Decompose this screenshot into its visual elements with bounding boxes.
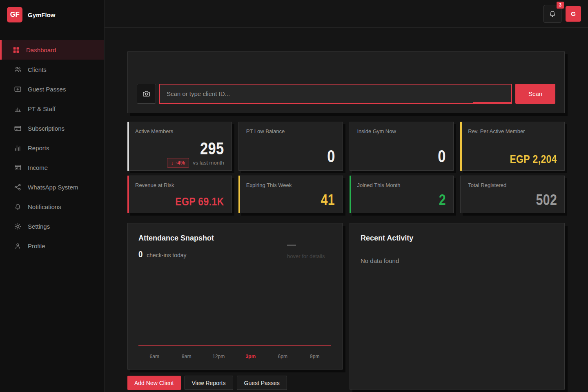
pt-staff-chart-icon — [13, 105, 22, 113]
stat-label: Revenue at Risk — [135, 182, 224, 188]
hover-hint: hover for details — [287, 253, 326, 259]
stat-value: 0 — [438, 148, 446, 165]
stat-card-inside-gym-now: Inside Gym Now 0 — [350, 122, 454, 171]
topbar: 3 G — [105, 0, 588, 28]
sidebar-item-label: Subscriptions — [28, 125, 65, 132]
sidebar-item-profile[interactable]: Profile — [0, 236, 104, 256]
stat-value: 2 — [439, 192, 446, 207]
stat-card-active-members: Active Members 295 ↓-4% vs last month — [127, 122, 232, 171]
sidebar-item-label: Notifications — [28, 203, 61, 210]
stat-accent-bar — [238, 122, 240, 171]
right-column: Recent Activity No data found — [350, 223, 565, 390]
sidebar-item-subscriptions[interactable]: Subscriptions — [0, 118, 104, 138]
chart-baseline — [138, 345, 331, 346]
arrow-down-icon: ↓ — [171, 160, 174, 166]
sidebar-item-whatsapp-system[interactable]: WhatsApp System — [0, 177, 104, 197]
stat-label: Total Registered — [468, 182, 557, 188]
stat-trend-row: ↓-4% vs last month — [135, 158, 224, 168]
trend-note: vs last month — [193, 160, 224, 166]
sidebar-item-guest-passes[interactable]: Guest Passes — [0, 79, 104, 99]
sidebar-item-reports[interactable]: Reports — [0, 138, 104, 158]
sidebar-item-label: Profile — [28, 243, 45, 249]
dashboard-grid-icon — [12, 46, 20, 54]
stat-label: Inside Gym Now — [357, 128, 446, 134]
sidebar-item-clients[interactable]: Clients — [0, 60, 104, 79]
bell-icon — [548, 10, 557, 18]
brand-name: GymFlow — [28, 11, 56, 18]
sidebar-item-pt-staff[interactable]: PT & Staff — [0, 99, 104, 118]
guest-pass-card-icon — [13, 85, 22, 93]
sidebar-item-notifications[interactable]: Notifications — [0, 197, 104, 216]
stat-card-joined-this-month: Joined This Month 2 — [350, 176, 454, 213]
sidebar-item-dashboard[interactable]: Dashboard — [0, 40, 104, 60]
sidebar-item-label: Dashboard — [26, 47, 56, 53]
x-axis-label: 3pm — [235, 354, 267, 359]
reports-bars-icon — [13, 144, 22, 152]
x-axis-labels: 6am 9am 12pm 3pm 6pm 9pm — [138, 354, 331, 359]
guest-passes-button[interactable]: Guest Passes — [237, 376, 287, 390]
empty-state-text: No data found — [361, 257, 554, 264]
sidebar: GF GymFlow Dashboard Clients Guest Passe… — [0, 0, 105, 392]
camera-scan-button[interactable] — [137, 84, 156, 104]
x-axis-label: 6pm — [267, 354, 299, 359]
scan-card: Scan — [127, 51, 565, 113]
scan-input-wrap — [159, 84, 512, 104]
x-axis-label: 12pm — [203, 354, 235, 359]
share-nodes-icon — [13, 183, 22, 191]
sidebar-item-label: Reports — [28, 145, 49, 151]
checkins-label: check-ins today — [147, 252, 186, 258]
trend-value: -4% — [176, 160, 185, 166]
stat-accent-bar — [127, 122, 129, 171]
x-axis-label: 9am — [171, 354, 203, 359]
scan-button[interactable]: Scan — [515, 84, 555, 104]
stat-accent-bar — [350, 122, 351, 171]
recent-activity-panel: Recent Activity No data found — [350, 223, 565, 390]
bottom-panels: Attendance Snapshot 0 check-ins today ho… — [127, 223, 565, 390]
stat-label: Active Members — [135, 128, 224, 134]
clients-icon — [13, 65, 22, 74]
brand: GF GymFlow — [0, 0, 104, 29]
stat-value: 502 — [536, 192, 557, 207]
stat-value: EGP 2,204 — [510, 154, 557, 165]
stat-card-pt-low-balance: PT Low Balance 0 — [238, 122, 343, 171]
sidebar-item-label: Guest Passes — [28, 86, 66, 93]
sidebar-item-settings[interactable]: Settings — [0, 216, 104, 236]
stat-accent-bar — [460, 176, 462, 213]
notification-count-badge: 3 — [557, 2, 564, 9]
sidebar-item-label: Settings — [28, 223, 50, 230]
sidebar-item-label: WhatsApp System — [28, 184, 78, 191]
stat-value: EGP 69.1K — [175, 196, 224, 207]
notifications-button[interactable]: 3 — [543, 5, 561, 23]
stat-card-rev-per-active-member: Rev. Per Active Member EGP 2,204 — [460, 122, 565, 171]
avatar[interactable]: G — [566, 6, 581, 22]
stat-accent-bar — [127, 176, 129, 213]
main-area: 3 G Scan Active Me — [105, 0, 588, 392]
stat-accent-bar — [238, 176, 240, 213]
sidebar-item-label: Income — [28, 164, 48, 171]
subscriptions-card-icon — [13, 124, 22, 132]
attendance-snapshot-panel: Attendance Snapshot 0 check-ins today ho… — [127, 223, 343, 370]
stat-card-revenue-at-risk: Revenue at Risk EGP 69.1K — [127, 176, 232, 213]
stat-label: Rev. Per Active Member — [468, 128, 557, 134]
stat-value: 295 — [200, 140, 224, 157]
trend-badge: ↓-4% — [167, 158, 189, 168]
stat-accent-bar — [350, 176, 351, 213]
income-chart-icon — [13, 163, 22, 172]
sun-icon — [13, 222, 22, 230]
person-icon — [13, 242, 22, 250]
dashboard-content: Scan Active Members 295 ↓-4% vs last mon… — [105, 28, 588, 392]
stat-label: Expiring This Week — [246, 182, 335, 188]
sidebar-item-income[interactable]: Income — [0, 158, 104, 177]
stat-card-expiring-this-week: Expiring This Week 41 — [238, 176, 343, 213]
brand-logo: GF — [7, 7, 22, 22]
sidebar-item-label: PT & Staff — [28, 105, 56, 112]
scan-input[interactable] — [159, 84, 512, 104]
camera-icon — [142, 89, 151, 98]
stats-grid: Active Members 295 ↓-4% vs last month PT… — [127, 122, 565, 213]
view-reports-button[interactable]: View Reports — [185, 376, 233, 390]
add-new-client-button[interactable]: Add New Client — [127, 376, 181, 390]
stat-card-total-registered: Total Registered 502 — [460, 176, 565, 213]
x-axis-label: 6am — [138, 354, 171, 359]
legend-dash-icon — [287, 245, 296, 246]
x-axis-label: 9pm — [299, 354, 331, 359]
